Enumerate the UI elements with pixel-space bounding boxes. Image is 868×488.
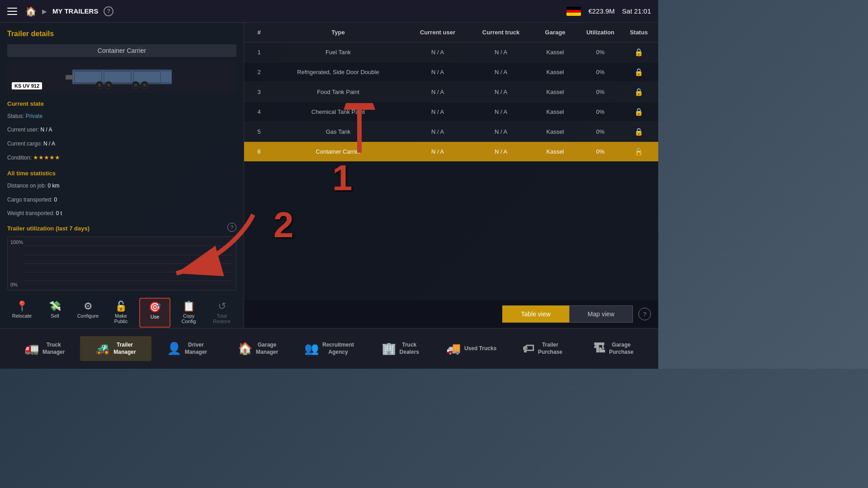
table-empty-space (244, 171, 658, 300)
cell-num: 4 (248, 103, 270, 121)
time-display: Sat 21:01 (622, 7, 651, 15)
cell-util: 0% (578, 63, 623, 81)
svg-point-11 (134, 83, 137, 87)
trailer-image-area: KS UV 912 (7, 61, 236, 93)
condition-stars: ★★★★★ (33, 154, 60, 161)
svg-rect-1 (72, 70, 172, 71)
relocate-label: Relocate (12, 313, 32, 319)
sell-button[interactable]: 💸 Sell (40, 298, 70, 328)
cell-status: 🔒 (623, 42, 655, 62)
chart-label-0: 0% (10, 282, 18, 287)
table-row[interactable]: 2 Refrigerated, Side Door Double N / A N… (244, 62, 658, 82)
used-trucks-icon: 🚚 (446, 342, 461, 356)
home-icon[interactable]: 🏠 (25, 6, 37, 17)
map-view-button[interactable]: Map view (569, 305, 633, 323)
driver-manager-label: DriverManager (185, 342, 207, 356)
nav-item-recruitment-agency[interactable]: 👥 RecruitmentAgency (293, 336, 364, 361)
menu-icon[interactable] (7, 5, 20, 18)
cell-num: 2 (248, 63, 270, 81)
relocate-button[interactable]: 📍 Relocate (7, 298, 37, 328)
copy-config-button[interactable]: 📋 Copy Config (174, 298, 203, 328)
cell-truck: N / A (469, 123, 533, 141)
cell-garage: Kassel (533, 123, 578, 141)
nav-item-trailer-manager[interactable]: 🚜 TrailerManager (80, 336, 151, 361)
nav-item-used-trucks[interactable]: 🚚 Used Trucks (436, 336, 507, 361)
garage-manager-icon: 🏠 (238, 342, 252, 356)
table-row[interactable]: 1 Fuel Tank N / A N / A Kassel 0% 🔒 (244, 42, 658, 62)
use-label: Use (151, 314, 160, 319)
truck-manager-label: TruckManager (42, 342, 65, 356)
cell-garage: Kassel (533, 43, 578, 61)
copy-config-icon: 📋 (183, 301, 195, 311)
topbar-help-button[interactable]: ? (104, 6, 113, 16)
table-row[interactable]: 4 Chemical Tank Paint N / A N / A Kassel… (244, 102, 658, 122)
current-state-title: Current state (7, 100, 236, 107)
util-help-button[interactable]: ? (227, 223, 236, 232)
configure-button[interactable]: ⚙ Configure (73, 298, 103, 328)
recruitment-agency-label: RecruitmentAgency (322, 342, 354, 356)
lock-icon: 🔒 (634, 148, 643, 155)
nav-item-garage-manager[interactable]: 🏠 GarageManager (222, 336, 293, 361)
total-restore-button[interactable]: ↺ Total Restore (207, 298, 236, 328)
make-public-button[interactable]: 🔓 Make Public (106, 298, 136, 328)
nav-item-garage-purchase[interactable]: 🏗 GaragePurchase (578, 336, 649, 361)
current-user-value: N / A (40, 127, 52, 133)
main-content: Trailer details Container Carrier (0, 23, 658, 328)
current-cargo-value: N / A (43, 141, 55, 147)
col-status: Status (623, 23, 655, 42)
cell-type: Food Tank Paint (270, 83, 406, 101)
cell-num: 3 (248, 83, 270, 101)
lock-icon: 🔒 (634, 128, 643, 136)
bottom-right-buttons: Table view Map view ? (244, 300, 658, 328)
nav-item-truck-dealers[interactable]: 🏢 TruckDealers (365, 336, 436, 361)
cell-util: 0% (578, 123, 623, 141)
table-view-button[interactable]: Table view (502, 305, 569, 323)
nav-title[interactable]: MY TRAILERS (52, 7, 98, 15)
svg-rect-14 (66, 75, 75, 80)
left-panel: Trailer details Container Carrier (0, 23, 244, 328)
cell-type: Refrigerated, Side Door Double (270, 63, 406, 81)
col-garage: Garage (533, 23, 578, 42)
trailer-manager-icon: 🚜 (95, 342, 110, 356)
chart-line (24, 246, 232, 281)
cell-user: N / A (406, 83, 469, 101)
cell-num: 1 (248, 43, 270, 61)
cell-truck: N / A (469, 63, 533, 81)
cell-num: 5 (248, 123, 270, 141)
cell-truck: N / A (469, 143, 533, 160)
table-row[interactable]: 3 Food Tank Paint N / A N / A Kassel 0% … (244, 82, 658, 102)
cell-type: Chemical Tank Paint (270, 103, 406, 121)
table-body: 1 Fuel Tank N / A N / A Kassel 0% 🔒 2 Re… (244, 42, 658, 171)
nav-item-driver-manager[interactable]: 👤 DriverManager (151, 336, 222, 361)
use-icon: 🎯 (149, 302, 161, 312)
breadcrumb-chevron: ▶ (42, 8, 47, 15)
col-utilization: Utilization (578, 23, 623, 42)
cell-truck: N / A (469, 103, 533, 121)
nav-item-truck-manager[interactable]: 🚛 TruckManager (9, 336, 80, 361)
svg-point-13 (143, 83, 146, 87)
truck-dealers-icon: 🏢 (382, 342, 396, 356)
cell-user: N / A (406, 43, 469, 61)
table-row[interactable]: 5 Gas Tank N / A N / A Kassel 0% 🔒 (244, 122, 658, 142)
right-panel: # Type Current user Current truck Garage… (244, 23, 658, 328)
configure-icon: ⚙ (84, 301, 93, 311)
cell-garage: Kassel (533, 83, 578, 101)
use-button[interactable]: 🎯 Use (139, 298, 170, 328)
nav-item-trailer-purchase[interactable]: 🏷 TrailerPurchase (507, 336, 578, 361)
cell-user: N / A (406, 123, 469, 141)
lock-icon: 🔒 (634, 48, 643, 56)
svg-point-9 (107, 83, 110, 87)
cell-truck: N / A (469, 83, 533, 101)
trailer-image (63, 61, 181, 93)
cell-type: Gas Tank (270, 123, 406, 141)
cell-status: 🔒 (623, 142, 655, 161)
distance-value: 0 km (47, 183, 59, 189)
total-restore-icon: ↺ (218, 301, 226, 311)
sell-label: Sell (51, 313, 59, 319)
status-value: Private (26, 113, 42, 119)
svg-rect-0 (72, 70, 172, 84)
table-row[interactable]: 6 Container Carrier N / A N / A Kassel 0… (244, 142, 658, 162)
cell-user: N / A (406, 63, 469, 81)
cell-util: 0% (578, 103, 623, 121)
view-help-button[interactable]: ? (638, 308, 651, 320)
